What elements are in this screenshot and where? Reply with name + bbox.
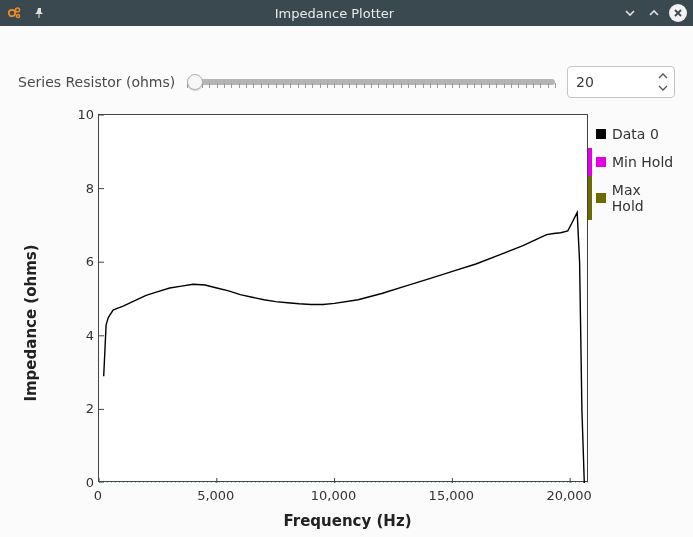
series-resistor-spinbox[interactable]: 20 [567, 66, 675, 98]
legend-item-minhold[interactable]: Min Hold [596, 148, 676, 176]
legend-label: Max Hold [612, 182, 676, 214]
legend-swatch [596, 157, 606, 167]
spin-up-button[interactable] [654, 70, 672, 82]
y-axis-label: Impedance (ohms) [20, 114, 42, 532]
window-titlebar: Impedance Plotter [0, 0, 693, 26]
legend-label: Data 0 [612, 126, 659, 142]
chart: Impedance (ohms) 0246810 05,00010,00015,… [20, 114, 675, 532]
content-area: Series Resistor (ohms) 20 Impedance (ohm… [0, 26, 693, 537]
series-resistor-control: Series Resistor (ohms) 20 [18, 64, 675, 100]
y-tick-labels: 0246810 [64, 114, 94, 482]
svg-point-2 [16, 14, 19, 17]
plot-area[interactable] [98, 114, 588, 482]
pin-icon[interactable] [30, 4, 48, 22]
svg-point-1 [16, 8, 20, 12]
slider-thumb[interactable] [187, 74, 203, 90]
plot-svg [99, 115, 589, 483]
svg-point-0 [9, 10, 15, 16]
series-resistor-slider[interactable] [187, 73, 555, 91]
legend-label: Min Hold [612, 154, 673, 170]
minimize-button[interactable] [621, 4, 639, 22]
legend-item-maxhold[interactable]: Max Hold [596, 176, 676, 220]
legend-swatch [596, 193, 606, 203]
legend: Data 0 Min Hold Max Hold [596, 120, 676, 220]
series-resistor-value: 20 [576, 74, 594, 90]
maximize-button[interactable] [645, 4, 663, 22]
legend-swatch [596, 129, 606, 139]
window-title: Impedance Plotter [275, 6, 394, 21]
spin-down-button[interactable] [654, 82, 672, 94]
series-resistor-label: Series Resistor (ohms) [18, 74, 175, 90]
legend-item-data0[interactable]: Data 0 [596, 120, 676, 148]
close-button[interactable] [669, 4, 687, 22]
app-icon [6, 4, 24, 22]
x-tick-labels: 05,00010,00015,00020,000 [98, 482, 588, 506]
x-axis-label: Frequency (Hz) [20, 510, 675, 532]
